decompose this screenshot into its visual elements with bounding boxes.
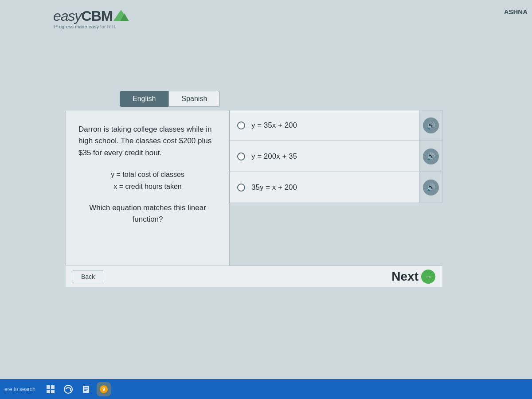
question-text: Darron is taking college classes while i… xyxy=(78,124,217,159)
audio-col-c[interactable]: 🔊 xyxy=(419,172,442,203)
svg-rect-2 xyxy=(47,385,50,389)
language-tabs: English Spanish xyxy=(120,91,220,107)
next-arrow-icon: → xyxy=(421,270,435,284)
audio-col-a[interactable]: 🔊 xyxy=(419,110,442,141)
logo-cbm: CBM xyxy=(82,8,113,24)
tab-english[interactable]: English xyxy=(120,91,168,107)
mountain-icon xyxy=(113,9,129,26)
audio-col-b[interactable]: 🔊 xyxy=(419,141,442,172)
quiz-container: Darron is taking college classes while i… xyxy=(66,110,442,287)
svg-text:9: 9 xyxy=(102,387,105,392)
var1: y = total cost of classes xyxy=(78,168,217,180)
speaker-icon-c: 🔊 xyxy=(426,183,435,192)
main-area: easyCBM Progress made easy for RTI. ASHN… xyxy=(0,0,532,379)
var2: x = credit hours taken xyxy=(78,180,217,192)
answers-area: y = 35x + 200 🔊 y = 200x + 35 🔊 xyxy=(230,110,442,287)
tab-spanish[interactable]: Spanish xyxy=(168,91,220,107)
svg-rect-5 xyxy=(51,390,55,393)
question-prompt: Which equation matches this linear funct… xyxy=(78,202,217,225)
answer-option-c[interactable]: 35y = x + 200 xyxy=(230,172,419,203)
svg-rect-3 xyxy=(51,385,55,389)
user-badge: ASHNA xyxy=(504,8,528,16)
speaker-icon-b: 🔊 xyxy=(426,152,435,160)
answer-row-c: 35y = x + 200 🔊 xyxy=(230,172,442,203)
answer-row-a: y = 35x + 200 🔊 xyxy=(230,110,442,141)
svg-rect-8 xyxy=(84,387,88,388)
answer-option-a[interactable]: y = 35x + 200 xyxy=(230,110,419,141)
answer-text-a: y = 35x + 200 xyxy=(251,121,412,130)
question-panel: Darron is taking college classes while i… xyxy=(66,110,230,287)
answer-option-b[interactable]: y = 200x + 35 xyxy=(230,141,419,172)
question-variables: y = total cost of classes x = credit hou… xyxy=(78,168,217,192)
answer-text-b: y = 200x + 35 xyxy=(251,152,412,161)
svg-rect-4 xyxy=(47,390,50,393)
taskbar: ere to search 9 xyxy=(0,379,532,399)
next-button[interactable]: Next → xyxy=(391,270,435,284)
taskbar-windows-icon[interactable] xyxy=(43,382,58,396)
taskbar-search-text: ere to search xyxy=(4,386,35,392)
radio-c[interactable] xyxy=(237,184,245,192)
radio-b[interactable] xyxy=(237,153,245,160)
taskbar-edge-icon[interactable] xyxy=(61,382,75,396)
logo-area: easyCBM Progress made easy for RTI. xyxy=(53,8,129,29)
back-button[interactable]: Back xyxy=(73,270,103,283)
taskbar-file-icon[interactable] xyxy=(79,382,93,396)
speaker-icon-a: 🔊 xyxy=(426,121,435,130)
logo: easyCBM xyxy=(53,8,129,26)
svg-rect-9 xyxy=(84,389,88,390)
next-label: Next xyxy=(391,270,419,284)
answer-text-c: 35y = x + 200 xyxy=(251,183,412,192)
answer-row-b: y = 200x + 35 🔊 xyxy=(230,141,442,172)
action-bar: Back Next → xyxy=(66,266,442,287)
logo-easy: easy xyxy=(53,8,82,24)
taskbar-app-icon[interactable]: 9 xyxy=(97,382,111,396)
radio-a[interactable] xyxy=(237,121,245,129)
svg-rect-10 xyxy=(84,390,86,391)
